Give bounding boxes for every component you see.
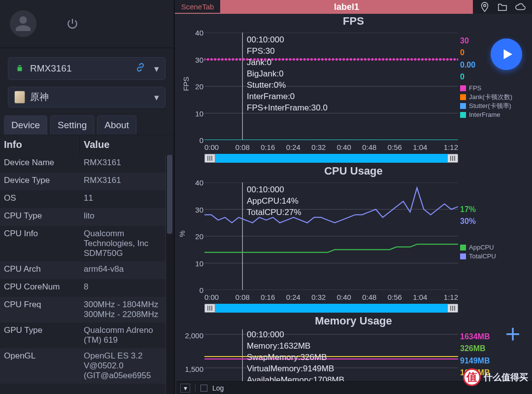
chevron-down-icon: ▾ [154, 63, 159, 74]
svg-point-13 [221, 58, 224, 61]
table-row[interactable]: CPU Archarm64-v8a [0, 261, 166, 279]
cpu-chart: CPU Usage % 010203040 00:10:000 AppCPU: [175, 165, 532, 314]
cell-value: RMX3161 [80, 173, 166, 190]
power-icon[interactable] [66, 17, 79, 30]
cell-value: RMX3161 [80, 155, 166, 173]
legend-item[interactable]: Stutter(卡顿率) [460, 102, 529, 110]
cell-key: CPU Freq [0, 297, 80, 322]
cpu-val-app: 17% [460, 204, 529, 215]
svg-point-17 [235, 58, 238, 61]
legend-item[interactable]: TotalCPU [460, 252, 529, 261]
ylabel-cpu: % [178, 230, 186, 237]
chart-title-mem: Memory Usage [175, 315, 532, 327]
watermark-badge-icon: 值 [463, 368, 481, 386]
table-row[interactable]: Device NameRMX3161 [0, 155, 166, 173]
svg-point-58 [382, 58, 384, 61]
timeline-handle-right[interactable] [447, 304, 458, 313]
fps-chart: FPS FPS 010203040 00:10:000 FPS:30 Jank [175, 15, 532, 164]
timeline-handle-left[interactable] [204, 304, 215, 313]
svg-point-56 [375, 58, 377, 61]
mem-val-virt: 9149MB [460, 356, 529, 366]
fps-timeline[interactable] [204, 154, 458, 163]
legend-item[interactable]: Jank(卡顿次数) [460, 93, 529, 102]
status-dropdown[interactable]: ▾ [180, 384, 190, 393]
add-chart-button[interactable]: ＋ [500, 317, 525, 350]
tab-device[interactable]: Device [4, 115, 47, 135]
svg-point-74 [439, 58, 441, 61]
fps-xaxis: 0:000:080:160:240:320:400:480:561:041:12 [204, 143, 458, 153]
svg-point-15 [228, 58, 231, 61]
svg-point-70 [425, 58, 427, 61]
avatar[interactable] [10, 10, 36, 37]
chart-title-fps: FPS [175, 15, 532, 28]
log-checkbox[interactable] [200, 385, 207, 392]
table-row[interactable]: GPU TypeQualcomm Adreno (TM) 619 [0, 322, 166, 348]
svg-point-65 [407, 58, 409, 61]
link-icon [135, 63, 145, 75]
table-row[interactable]: Device TypeRMX3161 [0, 173, 166, 190]
cpu-overlay: 00:10:000 AppCPU:14% TotalCPU:27% [247, 184, 301, 218]
scroll-thumb[interactable] [167, 155, 172, 234]
legend-item[interactable]: FPS [460, 84, 529, 93]
svg-point-44 [332, 58, 334, 61]
android-icon [14, 63, 25, 74]
svg-point-64 [403, 58, 406, 61]
right-panel: SceneTab label1 FPS FPS 010203040 [174, 0, 532, 394]
svg-point-11 [214, 58, 216, 61]
svg-point-49 [350, 58, 352, 61]
cell-key: OpenGL [0, 348, 80, 384]
svg-point-50 [353, 58, 356, 61]
legend-item[interactable]: InterFrame [460, 110, 529, 119]
table-row[interactable]: CPU Typelito [0, 208, 166, 226]
svg-point-19 [242, 58, 245, 61]
fps-plot[interactable]: 00:10:000 FPS:30 Jank:0 BigJank:0 Stutte… [204, 33, 458, 140]
svg-point-68 [418, 58, 420, 61]
svg-point-73 [435, 58, 438, 61]
table-row[interactable]: CPU InfoQualcomm Technologies, Inc SDM75… [0, 226, 166, 261]
cell-key: CPU Info [0, 226, 80, 261]
cpu-legend: 17% 30% AppCPU TotalCPU [460, 204, 529, 261]
svg-point-76 [446, 58, 449, 61]
table-row[interactable]: CPU CoreNum8 [0, 279, 166, 297]
device-name: RMX3161 [30, 63, 72, 74]
table-row[interactable]: CPU Freq300MHz - 1804MHz 300MHz - 2208MH… [0, 297, 166, 322]
th-info[interactable]: Info [0, 135, 80, 154]
legend-item[interactable]: AppCPU [460, 243, 529, 252]
svg-point-72 [432, 58, 434, 61]
scrollbar[interactable] [166, 155, 173, 394]
tab-setting[interactable]: Setting [50, 115, 94, 135]
cell-value: lito [80, 208, 166, 226]
cpu-plot[interactable]: 00:10:000 AppCPU:14% TotalCPU:27% [204, 182, 458, 290]
tab-about[interactable]: About [97, 115, 136, 135]
tabs: Device Setting About [0, 111, 173, 135]
top-icons [473, 0, 532, 14]
cpu-timeline[interactable] [204, 304, 458, 313]
th-value[interactable]: Value [80, 135, 173, 154]
svg-point-8 [204, 58, 206, 61]
svg-point-52 [361, 58, 363, 61]
cell-value: 8 [80, 279, 166, 297]
cloud-icon[interactable] [515, 1, 526, 12]
label1-tab[interactable]: label1 [220, 0, 473, 14]
timeline-handle-right[interactable] [447, 154, 458, 163]
svg-point-67 [414, 58, 416, 61]
device-combo[interactable]: RMX3161 ▾ [8, 57, 166, 80]
folder-icon[interactable] [497, 1, 508, 12]
cell-value: 11 [80, 190, 166, 208]
table-row[interactable]: OpenGLOpenGL ES 3.2 V@0502.0 (GIT@a05ee6… [0, 348, 166, 384]
watermark: 值 什么值得买 [463, 368, 528, 386]
cell-key: CPU Type [0, 208, 80, 226]
timeline-handle-left[interactable] [204, 154, 215, 163]
table-row[interactable]: OS11 [0, 190, 166, 208]
scene-tab[interactable]: SceneTab [175, 0, 220, 14]
app-combo[interactable]: 原神 ▾ [8, 87, 166, 107]
mem-overlay: 00:10:000 Memory:1632MB SwapMemory:326MB… [247, 329, 344, 386]
svg-point-18 [239, 58, 241, 61]
cell-value: 300MHz - 1804MHz 300MHz - 2208MHz [80, 297, 166, 322]
location-icon[interactable] [479, 1, 490, 12]
svg-point-71 [428, 58, 431, 61]
svg-point-54 [367, 58, 370, 61]
play-button[interactable] [491, 38, 522, 70]
app-thumb-icon [14, 91, 25, 104]
cell-key: Device Type [0, 173, 80, 190]
